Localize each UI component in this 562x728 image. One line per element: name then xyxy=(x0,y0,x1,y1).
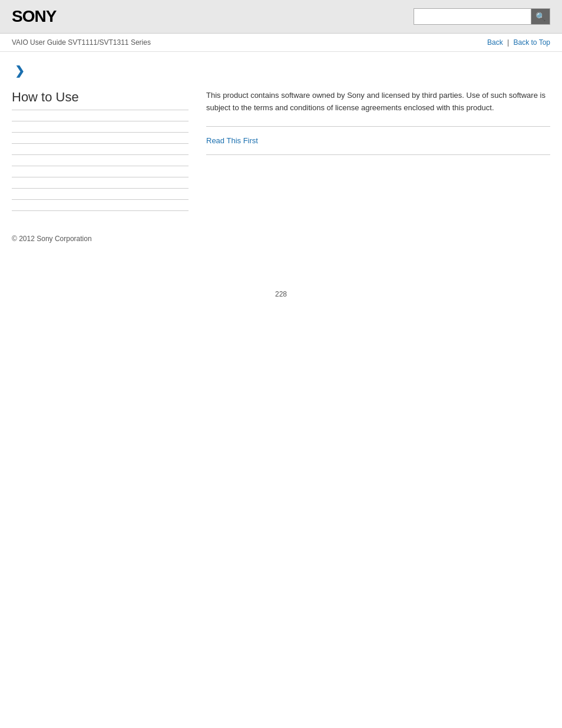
search-button[interactable]: 🔍 xyxy=(531,8,550,25)
footer-copyright: © 2012 Sony Corporation xyxy=(12,235,189,243)
body-text: This product contains software owned by … xyxy=(206,90,550,114)
sidebar-divider-6 xyxy=(12,177,189,177)
search-icon: 🔍 xyxy=(535,12,546,21)
sidebar-divider-8 xyxy=(12,199,189,200)
nav-links: Back | Back to Top xyxy=(487,38,550,47)
search-input[interactable] xyxy=(414,8,531,25)
sidebar-divider-1 xyxy=(12,121,189,121)
page-header: SONY 🔍 xyxy=(0,0,562,34)
content-divider-1 xyxy=(206,126,550,127)
right-content: This product contains software owned by … xyxy=(206,90,550,243)
sidebar-title: How to Use xyxy=(12,90,189,110)
content-layout: How to Use © 2012 Sony Corporation This … xyxy=(12,90,550,243)
back-link[interactable]: Back xyxy=(487,38,503,47)
main-content: ❯ How to Use © 2012 Sony Corporation Thi… xyxy=(0,52,562,255)
read-this-first-link[interactable]: Read This First xyxy=(206,136,258,145)
sidebar-divider-7 xyxy=(12,188,189,189)
nav-bar: VAIO User Guide SVT1111/SVT1311 Series B… xyxy=(0,34,562,52)
left-sidebar: How to Use © 2012 Sony Corporation xyxy=(12,90,189,243)
sidebar-divider-5 xyxy=(12,166,189,166)
search-area: 🔍 xyxy=(414,8,550,25)
sony-logo: SONY xyxy=(12,7,56,26)
nav-separator: | xyxy=(507,38,509,47)
content-divider-2 xyxy=(206,154,550,155)
sidebar-divider-3 xyxy=(12,143,189,144)
back-to-top-link[interactable]: Back to Top xyxy=(514,38,550,47)
sidebar-divider-2 xyxy=(12,132,189,133)
chevron-icon: ❯ xyxy=(15,64,550,78)
page-number: 228 xyxy=(0,290,562,310)
page-subtitle: VAIO User Guide SVT1111/SVT1311 Series xyxy=(12,38,151,47)
sidebar-divider-4 xyxy=(12,154,189,155)
sidebar-divider-9 xyxy=(12,210,189,211)
